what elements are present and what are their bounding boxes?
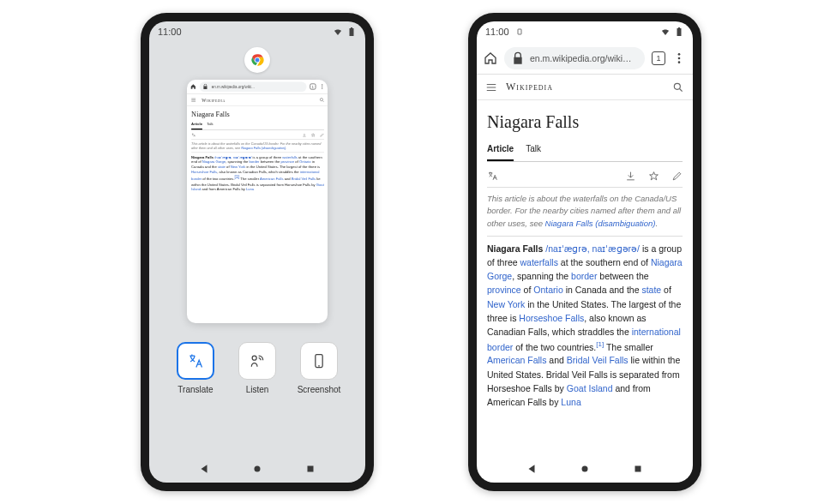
action-screenshot[interactable]: Screenshot <box>294 342 344 394</box>
thumb-omnibar: en.m.wikipedia.org/wiki… 1 <box>187 80 328 94</box>
link-ontario[interactable]: Ontario <box>533 285 562 295</box>
link-border[interactable]: border <box>571 271 597 281</box>
link-new-york[interactable]: New York <box>487 299 525 309</box>
phone-frame-browser: 11:00 en.m.wikipedia.org/wiki… 1 Wikiped… <box>468 13 701 491</box>
wiki-tabs: Article Talk <box>487 142 683 162</box>
language-icon <box>191 133 195 137</box>
thumb-url: en.m.wikipedia.org/wiki… <box>200 81 307 92</box>
wiki-tools <box>487 167 683 188</box>
ipa-pronunciation[interactable]: /naɪˈæɡrə, naɪˈæɡərə/ <box>543 243 640 254</box>
phone-frame-overview: 11:00 <box>141 13 374 491</box>
thumb-wiki-brand: Wikipedia <box>201 97 314 102</box>
star-icon[interactable] <box>648 171 659 182</box>
thumb-wiki-header: Wikipedia <box>187 94 328 106</box>
tab-article[interactable]: Article <box>487 142 514 161</box>
hatnote-link[interactable]: Niagara Falls (disambiguation) <box>545 219 656 228</box>
app-icon-chrome[interactable] <box>244 47 270 73</box>
wiki-brand[interactable]: Wikipedia <box>506 81 664 93</box>
svg-rect-11 <box>518 29 521 34</box>
thumb-tab-count: 1 <box>310 83 316 89</box>
nav-back-icon[interactable] <box>526 463 538 475</box>
hamburger-icon[interactable] <box>485 81 497 93</box>
action-screenshot-label: Screenshot <box>298 385 341 394</box>
more-icon[interactable] <box>672 51 686 65</box>
edit-icon[interactable] <box>671 171 683 182</box>
screen-overview: 11:00 <box>149 21 365 483</box>
nav-bar-right <box>477 455 693 483</box>
link-luna[interactable]: Luna <box>561 397 580 407</box>
svg-point-14 <box>678 61 681 63</box>
link-state[interactable]: state <box>641 285 661 295</box>
svg-point-3 <box>322 84 322 85</box>
wiki-body[interactable]: Niagara Falls Article Talk This article … <box>477 100 693 455</box>
hamburger-icon <box>190 97 195 102</box>
link-american-falls[interactable]: American Falls <box>487 355 546 365</box>
status-time: 11:00 <box>158 27 182 37</box>
thumb-hatnote-link: Niagara Falls (disambiguation) <box>241 147 286 150</box>
nav-home-icon[interactable] <box>579 463 591 475</box>
translate-icon <box>187 352 204 369</box>
svg-point-12 <box>678 53 681 56</box>
home-icon[interactable] <box>484 51 497 65</box>
status-bar-right: 11:00 <box>477 21 693 42</box>
wiki-paragraph: Niagara Falls /naɪˈæɡrə, naɪˈæɡərə/ is a… <box>487 242 683 410</box>
link-waterfalls[interactable]: waterfalls <box>520 257 558 267</box>
omnibar[interactable]: en.m.wikipedia.org/wiki… <box>504 47 645 69</box>
star-icon <box>311 133 316 137</box>
svg-rect-10 <box>308 466 314 472</box>
wiki-title: Niagara Falls <box>487 109 683 135</box>
svg-point-9 <box>255 466 261 472</box>
lock-icon <box>511 51 525 65</box>
download-icon[interactable] <box>625 171 636 182</box>
action-listen-label: Listen <box>246 385 269 394</box>
link-goat-island[interactable]: Goat Island <box>567 383 613 393</box>
tab-talk[interactable]: Talk <box>526 142 541 161</box>
wifi-icon <box>333 27 343 37</box>
svg-point-4 <box>322 86 322 87</box>
nav-recents-icon[interactable] <box>632 463 644 475</box>
overview-content: en.m.wikipedia.org/wiki… 1 Wikipedia Nia… <box>149 42 365 455</box>
chrome-toolbar: en.m.wikipedia.org/wiki… 1 <box>477 42 693 75</box>
action-listen[interactable]: Listen <box>232 342 282 394</box>
thumb-url-text: en.m.wikipedia.org/wiki… <box>212 85 256 88</box>
screen-browser: 11:00 en.m.wikipedia.org/wiki… 1 Wikiped… <box>477 21 693 483</box>
svg-point-7 <box>252 356 256 360</box>
reference-1[interactable]: [1] <box>596 340 604 348</box>
screenshot-icon <box>310 352 328 369</box>
omnibar-url: en.m.wikipedia.org/wiki… <box>530 53 631 63</box>
search-icon[interactable] <box>672 81 684 93</box>
thumb-tab-article: Article <box>191 122 202 130</box>
svg-point-15 <box>674 83 680 89</box>
action-translate-label: Translate <box>177 385 213 394</box>
battery-icon <box>674 27 684 37</box>
wifi-icon <box>660 27 671 37</box>
more-icon <box>319 83 325 89</box>
thumb-wiki-title: Niagara Falls <box>191 110 324 120</box>
link-bridal-veil-falls[interactable]: Bridal Veil Falls <box>567 355 629 365</box>
recent-app-card[interactable]: en.m.wikipedia.org/wiki… 1 Wikipedia Nia… <box>187 80 328 323</box>
rotation-lock-icon <box>514 27 525 37</box>
search-icon <box>319 97 324 102</box>
language-icon[interactable] <box>487 171 498 182</box>
nav-back-icon[interactable] <box>198 463 210 475</box>
download-icon <box>302 133 306 137</box>
thumb-wiki-body: Niagara Falls Article Talk <box>187 106 328 195</box>
nav-home-icon[interactable] <box>251 463 263 475</box>
svg-point-13 <box>678 57 681 59</box>
overview-actions: Translate Listen Screenshot <box>171 342 344 394</box>
action-translate[interactable]: Translate <box>171 342 220 394</box>
thumb-tab-talk: Talk <box>207 122 213 130</box>
listen-icon <box>249 352 266 369</box>
link-horseshoe-falls[interactable]: Horseshoe Falls <box>519 313 584 323</box>
home-icon <box>190 83 196 89</box>
battery-icon <box>346 27 357 37</box>
nav-bar <box>149 455 365 483</box>
svg-point-16 <box>582 466 588 472</box>
nav-recents-icon[interactable] <box>304 463 316 475</box>
edit-icon <box>320 133 324 137</box>
link-province[interactable]: province <box>487 285 521 295</box>
status-bar: 11:00 <box>149 21 365 42</box>
tab-switcher[interactable]: 1 <box>652 51 665 65</box>
svg-point-5 <box>322 87 322 88</box>
svg-rect-17 <box>635 466 641 472</box>
